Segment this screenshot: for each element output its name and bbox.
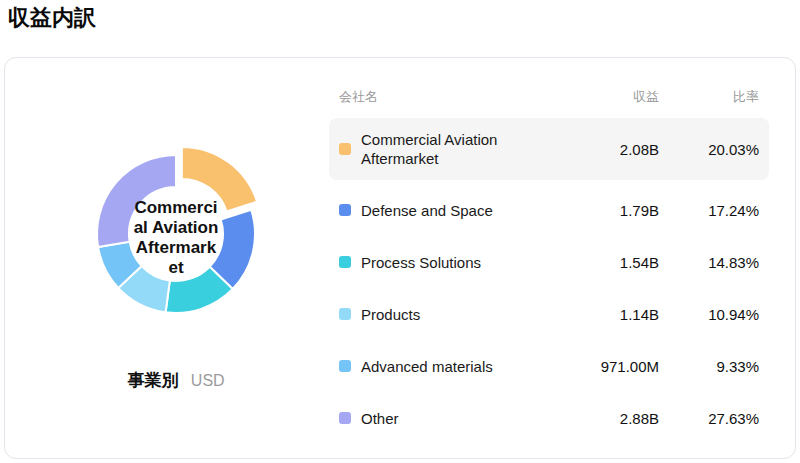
table-row[interactable]: Commercial Aviation Aftermarket2.08B20.0… (329, 118, 769, 180)
table-header-row: 会社名 収益 比率 (329, 86, 769, 108)
chart-caption: 事業別 USD (11, 370, 341, 392)
legend-swatch (339, 256, 351, 268)
segment-revenue: 1.54B (554, 254, 659, 271)
table-row[interactable]: Process Solutions1.54B14.83% (329, 236, 769, 288)
legend-swatch (339, 412, 351, 424)
segment-name: Advanced materials (361, 357, 554, 376)
table-row[interactable]: Products1.14B10.94% (329, 288, 769, 340)
legend-swatch (339, 204, 351, 216)
donut-chart-panel: Commerci al Aviation Aftermark et 事業別 US… (5, 58, 335, 458)
donut-chart[interactable] (56, 114, 296, 354)
segment-ratio: 14.83% (659, 254, 759, 271)
segment-table: 会社名 収益 比率 Commercial Aviation Aftermarke… (329, 86, 769, 444)
segment-revenue: 2.08B (554, 141, 659, 158)
segment-ratio: 17.24% (659, 202, 759, 219)
revenue-breakdown-card: Commerci al Aviation Aftermark et 事業別 US… (4, 57, 796, 459)
segment-rows: Commercial Aviation Aftermarket2.08B20.0… (329, 118, 769, 444)
header-ratio: 比率 (659, 88, 759, 106)
segment-name: Commercial Aviation Aftermarket (361, 130, 554, 168)
segment-ratio: 10.94% (659, 306, 759, 323)
legend-swatch (339, 360, 351, 372)
segment-name: Products (361, 305, 554, 324)
segment-name: Defense and Space (361, 201, 554, 220)
legend-swatch (339, 143, 351, 155)
segment-name: Process Solutions (361, 253, 554, 272)
segment-name: Other (361, 409, 554, 428)
table-row[interactable]: Advanced materials971.00M9.33% (329, 340, 769, 392)
segment-ratio: 27.63% (659, 410, 759, 427)
donut-slice[interactable] (97, 155, 176, 247)
segment-revenue: 1.14B (554, 306, 659, 323)
page-title: 収益内訳 (8, 3, 96, 33)
donut-slice[interactable] (182, 147, 257, 212)
segment-revenue: 2.88B (554, 410, 659, 427)
group-by-label: 事業別 (127, 371, 178, 390)
segment-ratio: 20.03% (659, 141, 759, 158)
header-company-name: 会社名 (339, 88, 554, 106)
legend-swatch (339, 308, 351, 320)
segment-ratio: 9.33% (659, 358, 759, 375)
segment-revenue: 971.00M (554, 358, 659, 375)
header-revenue: 収益 (554, 88, 659, 106)
table-row[interactable]: Other2.88B27.63% (329, 392, 769, 444)
currency-label: USD (191, 372, 225, 389)
table-row[interactable]: Defense and Space1.79B17.24% (329, 184, 769, 236)
segment-revenue: 1.79B (554, 202, 659, 219)
